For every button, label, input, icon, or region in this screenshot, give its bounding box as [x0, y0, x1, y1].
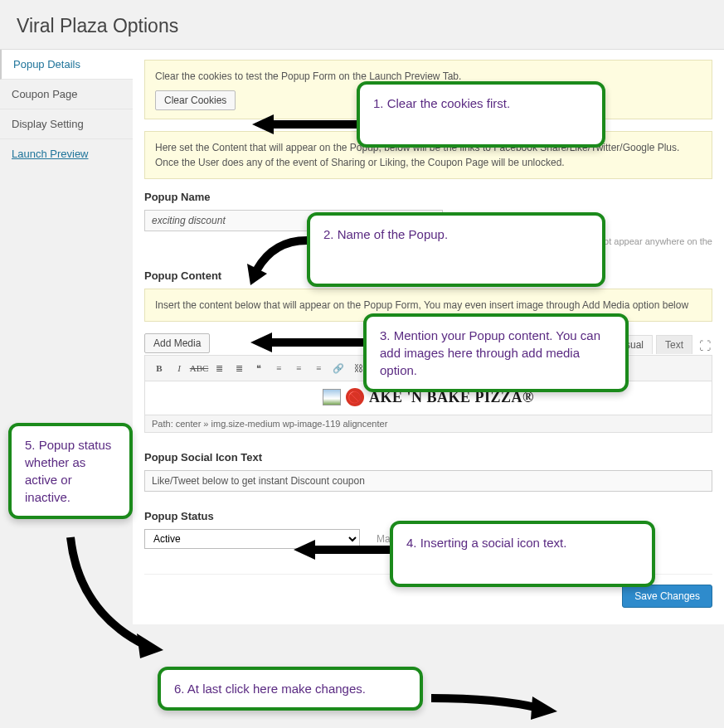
image-thumb-icon	[323, 389, 341, 405]
unlink-icon[interactable]: ⛓	[349, 359, 367, 377]
align-left-icon[interactable]: ≡	[270, 359, 288, 377]
distraction-free-icon[interactable]: ⛶	[697, 338, 712, 353]
italic-icon[interactable]: I	[170, 359, 188, 377]
banner-text: AKE 'N BAKE PIZZA®	[369, 389, 534, 406]
popup-name-label: Popup Name	[144, 191, 712, 203]
popup-content-label: Popup Content	[144, 269, 712, 282]
align-right-icon[interactable]: ≡	[309, 359, 328, 377]
popup-social-label: Popup Social Icon Text	[144, 451, 712, 463]
align-center-icon[interactable]: ≡	[289, 359, 308, 377]
number-list-icon[interactable]: ≣	[230, 359, 248, 377]
popup-name-hint: Name your popup here. Name is just for y…	[144, 236, 712, 246]
popup-status-hint: Make popup Active or Inactive	[377, 533, 509, 545]
sidebar-item-display-setting[interactable]: Display Setting	[0, 109, 133, 139]
popup-social-input[interactable]	[144, 470, 712, 492]
cookies-notice-text: Clear the cookies to test the Popup Form…	[155, 69, 702, 84]
tab-text[interactable]: Text	[656, 335, 692, 354]
sidebar-item-popup-details[interactable]: Popup Details	[0, 50, 133, 80]
popup-content-image[interactable]: 🚫 AKE 'N BAKE PIZZA®	[323, 388, 534, 406]
spellcheck-icon[interactable]: ✓	[389, 359, 407, 377]
page-title: Viral Plaza Options	[17, 15, 707, 37]
page-header: Viral Plaza Options	[0, 0, 724, 49]
stop-icon: 🚫	[346, 388, 364, 406]
editor-body[interactable]: 🚫 AKE 'N BAKE PIZZA®	[145, 381, 712, 415]
link-icon[interactable]: 🔗	[329, 359, 347, 377]
sidebar: Popup Details Coupon Page Display Settin…	[0, 50, 133, 624]
rich-editor: B I ABC ≣ ≣ ❝ ≡ ≡ ≡ 🔗 ⛓ ▭ ✓ ⛶ ▦ 🚫	[144, 355, 712, 433]
bullet-list-icon[interactable]: ≣	[210, 359, 228, 377]
content-notice: Here set the Content that will appear on…	[144, 131, 712, 179]
clear-cookies-button[interactable]: Clear Cookies	[155, 90, 236, 110]
launch-preview-link[interactable]: Launch Preview	[0, 139, 133, 168]
main-panel: Clear the cookies to test the Popup Form…	[133, 50, 724, 624]
popup-status-select[interactable]: Active Inactive	[144, 529, 360, 549]
popup-name-input[interactable]	[144, 210, 443, 231]
kitchensink-icon[interactable]: ▦	[429, 359, 447, 377]
strike-icon[interactable]: ABC	[190, 359, 208, 377]
sidebar-item-coupon-page[interactable]: Coupon Page	[0, 80, 133, 109]
fullscreen-icon[interactable]: ⛶	[409, 359, 427, 377]
editor-tabs: Visual Text	[608, 335, 692, 354]
bold-icon[interactable]: B	[150, 359, 168, 377]
add-media-button[interactable]: Add Media	[144, 333, 210, 353]
footer: Save Changes	[144, 574, 712, 608]
blockquote-icon[interactable]: ❝	[250, 359, 268, 377]
editor-toolbar: B I ABC ≣ ≣ ❝ ≡ ≡ ≡ 🔗 ⛓ ▭ ✓ ⛶ ▦	[145, 356, 712, 381]
popup-content-notice: Insert the content below that will appea…	[144, 289, 712, 322]
save-changes-button[interactable]: Save Changes	[622, 585, 712, 608]
tab-visual[interactable]: Visual	[608, 335, 653, 354]
editor-path: Path: center » img.size-medium wp-image-…	[145, 415, 712, 432]
more-icon[interactable]: ▭	[369, 359, 387, 377]
cookies-notice: Clear the cookies to test the Popup Form…	[144, 60, 712, 119]
popup-status-label: Popup Status	[144, 510, 712, 522]
